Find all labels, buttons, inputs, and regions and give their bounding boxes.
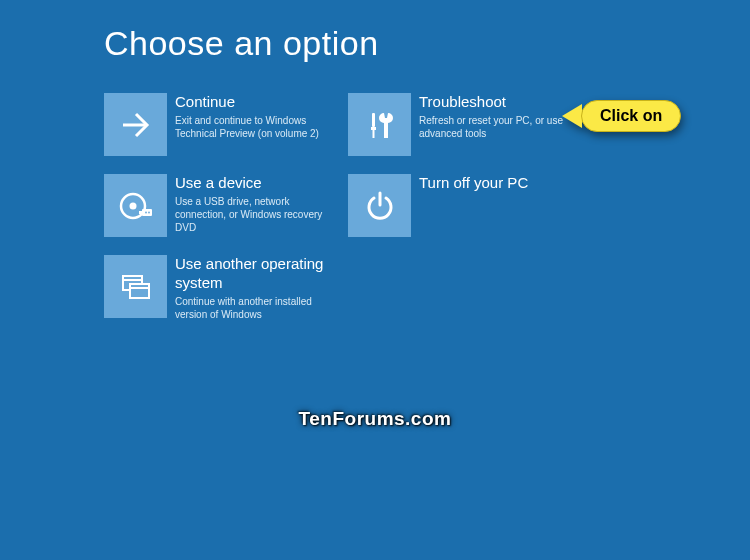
option-title: Troubleshoot (419, 93, 578, 112)
option-troubleshoot[interactable]: Troubleshoot Refresh or reset your PC, o… (348, 93, 578, 156)
option-use-device[interactable]: Use a device Use a USB drive, network co… (104, 174, 334, 237)
disc-usb-icon (104, 174, 167, 237)
option-title: Turn off your PC (419, 174, 578, 193)
option-title: Use a device (175, 174, 334, 193)
option-title: Continue (175, 93, 334, 112)
tools-icon (348, 93, 411, 156)
option-turn-off[interactable]: Turn off your PC (348, 174, 578, 237)
svg-point-9 (148, 211, 150, 213)
option-desc: Refresh or reset your PC, or use advance… (419, 114, 578, 140)
option-desc: Continue with another installed version … (175, 295, 334, 321)
svg-rect-1 (372, 113, 375, 127)
svg-rect-13 (130, 284, 149, 298)
svg-point-8 (145, 211, 147, 213)
watermark-text: TenForums.com (0, 408, 750, 430)
option-continue[interactable]: Continue Exit and continue to Windows Te… (104, 93, 334, 156)
option-desc: Use a USB drive, network connection, or … (175, 195, 334, 234)
arrow-right-icon (104, 93, 167, 156)
callout-annotation: Click on (562, 100, 681, 132)
callout-arrow-icon (562, 104, 582, 128)
svg-point-5 (129, 202, 136, 209)
svg-rect-7 (139, 211, 143, 214)
svg-rect-3 (372, 130, 374, 138)
option-desc: Exit and continue to Windows Technical P… (175, 114, 334, 140)
svg-rect-2 (371, 127, 376, 130)
page-title: Choose an option (104, 24, 650, 63)
windows-cascade-icon (104, 255, 167, 318)
callout-label: Click on (581, 100, 681, 132)
option-use-another-os[interactable]: Use another operating system Continue wi… (104, 255, 334, 321)
option-title: Use another operating system (175, 255, 334, 293)
power-icon (348, 174, 411, 237)
svg-rect-6 (142, 209, 152, 216)
